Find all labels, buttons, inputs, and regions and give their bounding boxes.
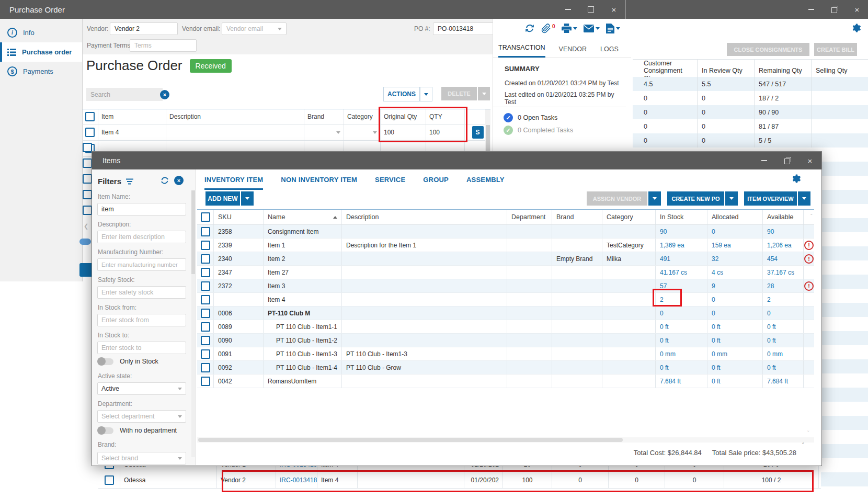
cell-allocated[interactable]: 0	[707, 293, 763, 306]
receipt-table-row[interactable]: OdessaVendor 2IRC-0013418Item 401/20/202…	[98, 472, 821, 489]
row-checkbox[interactable]	[201, 227, 210, 236]
row-checkbox[interactable]	[83, 206, 92, 217]
tab-inventory-item[interactable]: INVENTORY ITEM	[204, 176, 263, 190]
row-checkbox[interactable]	[83, 158, 92, 169]
department-select[interactable]: Select department	[97, 410, 186, 423]
serial-button[interactable]: S	[472, 126, 484, 139]
cell-in-stock[interactable]: 0 mm	[656, 347, 707, 360]
select-all-checkbox[interactable]	[85, 112, 95, 121]
minimize-icon[interactable]	[752, 152, 775, 169]
row-checkbox[interactable]	[201, 254, 210, 264]
cell-in-stock[interactable]: 0 ft	[656, 334, 707, 347]
items-table-row[interactable]: 2339Item 1Description for the Item 1Test…	[197, 239, 814, 252]
cell-available[interactable]: 454	[763, 252, 804, 265]
column-header[interactable]: Item	[98, 109, 166, 124]
search-input[interactable]: Search	[86, 88, 163, 101]
row-checkbox[interactable]	[201, 349, 210, 359]
pagination-pill[interactable]	[79, 239, 91, 245]
cell-original-qty[interactable]: 100	[381, 124, 426, 140]
items-table-row[interactable]: 0089PT 110 Club - Item1-10 ft0 ft0 ft	[197, 320, 814, 334]
consignment-table-row[interactable]: 4.55.5547 / 517	[633, 77, 868, 91]
filter-lines-icon[interactable]	[125, 178, 134, 185]
document-button[interactable]	[606, 24, 620, 33]
cell-allocated[interactable]: 9	[707, 279, 763, 292]
description-input[interactable]: Enter item description	[97, 231, 186, 243]
items-table-row[interactable]: Item 4202	[197, 293, 814, 307]
payment-terms-input[interactable]: Terms	[130, 39, 197, 52]
active-state-select[interactable]: Active	[97, 382, 186, 395]
cell-allocated[interactable]: 0 mm	[707, 347, 763, 360]
assign-vendor-dropdown-button[interactable]	[648, 191, 661, 206]
items-table-row[interactable]: 0091PT 110 Club - Item1-3PT 110 Club - I…	[197, 347, 814, 361]
items-table-row[interactable]: 0092PT 110 Club - Item1-4PT 110 Club - G…	[197, 361, 814, 375]
tab-transaction[interactable]: TRANSACTION	[498, 44, 545, 58]
attachments-icon[interactable]: 0	[541, 24, 555, 33]
column-header[interactable]: Brand	[552, 210, 602, 224]
no-department-toggle[interactable]	[98, 427, 113, 434]
cell-available[interactable]: 2	[763, 293, 804, 306]
close-icon[interactable]: ×	[846, 0, 868, 19]
cell-in-stock[interactable]: 0 ft	[656, 361, 707, 374]
column-header[interactable]: Category	[344, 109, 381, 124]
restore-icon[interactable]	[823, 0, 846, 19]
row-checkbox[interactable]	[83, 174, 92, 185]
tab-logs[interactable]: LOGS	[600, 46, 619, 58]
category-select[interactable]	[344, 124, 381, 140]
cell-po[interactable]: IRC-0013418	[276, 472, 317, 488]
completed-tasks-label[interactable]: 0 Completed Tasks	[518, 127, 573, 134]
gear-icon[interactable]	[792, 174, 802, 184]
row-checkbox[interactable]	[201, 268, 210, 277]
cell-available[interactable]: 0 ft	[763, 361, 804, 374]
delete-button[interactable]: DELETE	[441, 87, 477, 100]
stock-from-input[interactable]: Enter stock from	[97, 314, 186, 326]
column-header[interactable]: Description	[342, 210, 507, 224]
create-new-po-dropdown-button[interactable]	[725, 191, 738, 206]
chevron-up-icon[interactable]: ˆ	[810, 213, 813, 220]
cell-in-stock[interactable]: 491	[656, 252, 707, 265]
cell-allocated[interactable]: 0 ft	[707, 375, 763, 388]
sidebar-item-purchase-order[interactable]: Purchase order	[0, 42, 82, 62]
column-header[interactable]: Brand	[304, 109, 344, 124]
cell-in-stock[interactable]: 90	[656, 225, 707, 238]
column-header[interactable]: Description	[166, 109, 304, 124]
cell-available[interactable]: 0 ft	[763, 334, 804, 347]
cell-available[interactable]: 90	[763, 225, 804, 238]
clear-filters-icon[interactable]: ×	[174, 176, 184, 185]
cell-in-stock[interactable]: 57	[656, 279, 707, 292]
stock-to-input[interactable]: Enter stock to	[97, 342, 186, 354]
safety-stock-input[interactable]: Enter safety stock	[97, 286, 186, 299]
cell-allocated[interactable]: 0	[707, 225, 763, 238]
cell-in-stock[interactable]: 0	[656, 307, 707, 320]
row-checkbox[interactable]	[105, 475, 114, 485]
row-checkbox[interactable]	[201, 241, 210, 250]
maximize-icon[interactable]	[579, 0, 602, 19]
only-in-stock-toggle[interactable]	[98, 358, 113, 365]
delete-dropdown-button[interactable]	[478, 87, 490, 100]
items-table-row[interactable]: 2347Item 2741.167 cs4 cs37.167 cs	[197, 266, 814, 279]
items-table-row[interactable]: 2372Item 357928!	[197, 279, 814, 293]
cell-qty[interactable]: 100	[426, 124, 465, 140]
manufacturing-number-input[interactable]: Enter manufacturing number	[97, 258, 186, 271]
minimize-icon[interactable]	[556, 0, 579, 19]
print-button[interactable]	[562, 24, 577, 33]
actions-button[interactable]: ACTIONS	[383, 87, 420, 101]
items-table-row[interactable]: 0090PT 110 Club - Item1-20 ft0 ft0 ft	[197, 334, 814, 347]
items-table-row[interactable]: 0042RomansUomItem7.684 ft0 ft7.684 ft	[197, 375, 814, 388]
column-header-name[interactable]: Name	[264, 210, 342, 224]
create-bill-button[interactable]: CREATE BILL	[814, 43, 857, 56]
row-checkbox[interactable]	[201, 281, 210, 291]
row-checkbox[interactable]	[83, 143, 92, 154]
email-button[interactable]	[584, 25, 600, 32]
consignment-table-row[interactable]: 0081 / 87	[633, 119, 868, 133]
refresh-icon[interactable]	[160, 176, 169, 185]
column-header[interactable]: Department	[507, 210, 552, 224]
cell-available[interactable]: 1,206 ea	[763, 239, 804, 252]
minimize-icon[interactable]	[800, 0, 823, 19]
consignment-table-row[interactable]: 005 / 5	[633, 133, 868, 148]
cell-in-stock[interactable]: 2	[656, 293, 707, 306]
sidebar-item-payments[interactable]: $ Payments	[0, 62, 82, 81]
add-new-dropdown-button[interactable]	[241, 191, 254, 206]
horizontal-scrollbar[interactable]	[197, 437, 814, 443]
cell-available[interactable]: 0 ft	[763, 320, 804, 333]
column-header[interactable]: SKU	[214, 210, 264, 224]
